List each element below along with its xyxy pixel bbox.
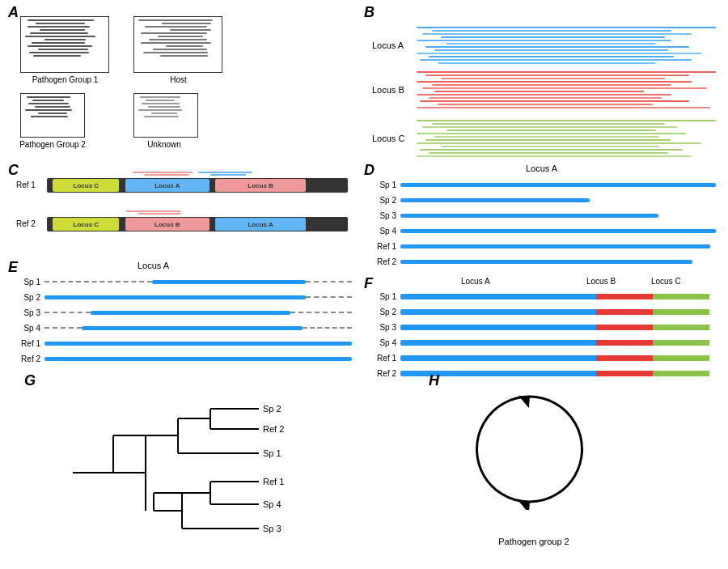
unknown-box bbox=[133, 93, 198, 138]
e-row-sp4: Sp 4 bbox=[16, 321, 352, 334]
svg-text:Sp 2: Sp 2 bbox=[263, 404, 281, 414]
f-sp1-label: Sp 1 bbox=[372, 292, 400, 301]
f-sp4-a bbox=[400, 340, 596, 346]
f-ref1-bar bbox=[400, 355, 716, 361]
ref2-genome-bar: Locus C Locus B Locus A bbox=[47, 217, 348, 231]
f-row-sp4: Sp 4 bbox=[372, 336, 716, 349]
f-ref1-label: Ref 1 bbox=[372, 354, 400, 363]
pg1-label: Pathogen Group 1 bbox=[23, 75, 108, 84]
e-sp1-solid bbox=[152, 280, 306, 284]
ref2-locus-a: Locus A bbox=[215, 218, 306, 231]
panel-e-rows: Sp 1 Sp 2 Sp 3 Sp 4 bbox=[16, 275, 352, 367]
pathogen-group2-box bbox=[20, 93, 85, 138]
svg-text:Ref 2: Ref 2 bbox=[263, 424, 284, 434]
e-sp1-label: Sp 1 bbox=[16, 278, 44, 287]
e-row-sp2: Sp 2 bbox=[16, 291, 352, 304]
panel-d-rows: Sp 1 Sp 2 Sp 3 Sp 4 Ref 1 Ref 2 bbox=[372, 178, 716, 270]
svg-text:Sp 3: Sp 3 bbox=[263, 524, 281, 533]
locus-b-track: Locus B bbox=[372, 69, 716, 109]
f-ref2-label: Ref 2 bbox=[372, 369, 400, 378]
e-ref2-track bbox=[44, 357, 352, 361]
f-ref1-a bbox=[400, 355, 596, 361]
panel-a: A Pathogen Group 1 bbox=[8, 4, 243, 158]
panel-h-label: H bbox=[429, 372, 439, 389]
f-row-sp3: Sp 3 bbox=[372, 321, 716, 333]
locus-b-label: Locus B bbox=[372, 85, 404, 95]
host-seq-lines bbox=[137, 19, 219, 70]
f-sp3-bar bbox=[400, 325, 716, 330]
locus-c-label: Locus C bbox=[372, 134, 404, 143]
e-sp4-track bbox=[44, 326, 352, 330]
e-sp1-dotted bbox=[44, 281, 152, 282]
panel-b-label: B bbox=[364, 4, 375, 20]
pathogen-group1-box bbox=[20, 16, 109, 73]
e-sp2-label: Sp 2 bbox=[16, 293, 44, 302]
ref1-locus-c: Locus C bbox=[53, 179, 119, 192]
panel-d-locus-label: Locus A bbox=[526, 163, 557, 173]
e-sp4-solid bbox=[82, 326, 303, 330]
d-ref1-label: Ref 1 bbox=[372, 242, 400, 251]
e-sp3-solid bbox=[91, 311, 290, 315]
e-row-ref2: Ref 2 bbox=[16, 352, 352, 365]
d-ref2-label: Ref 2 bbox=[372, 257, 400, 266]
panel-f-label: F bbox=[364, 275, 373, 291]
panel-h-caption: Pathogen group 2 bbox=[429, 537, 639, 546]
d-sp2-bar bbox=[400, 198, 590, 202]
locus-a-label: Locus A bbox=[372, 40, 404, 50]
f-sp2-label: Sp 2 bbox=[372, 308, 400, 316]
d-row-sp2: Sp 2 bbox=[372, 193, 716, 206]
e-sp2-track bbox=[44, 295, 352, 299]
panel-a-label: A bbox=[8, 4, 19, 20]
panel-f-locus-c-label: Locus C bbox=[651, 277, 681, 286]
e-sp3-dotted1 bbox=[44, 312, 91, 313]
e-sp3-label: Sp 3 bbox=[16, 308, 44, 317]
d-sp1-label: Sp 1 bbox=[372, 180, 400, 189]
f-sp4-bar bbox=[400, 340, 716, 346]
d-sp3-bar bbox=[400, 214, 658, 218]
f-sp3-a bbox=[400, 325, 596, 330]
e-ref2-label: Ref 2 bbox=[16, 355, 44, 363]
e-ref1-track bbox=[44, 342, 352, 346]
panel-d-label: D bbox=[364, 162, 375, 178]
f-sp1-c bbox=[653, 294, 709, 299]
locus-a-track: Locus A bbox=[372, 24, 716, 65]
pg2-seq-lines bbox=[23, 96, 82, 134]
locus-c-reads bbox=[417, 117, 716, 158]
d-sp4-bar bbox=[400, 229, 716, 233]
panel-e-locus-label: Locus A bbox=[138, 261, 169, 270]
circle-arrow-svg bbox=[469, 389, 590, 510]
ref1-reads-above bbox=[49, 172, 348, 176]
e-sp4-dotted2 bbox=[303, 327, 352, 329]
e-sp1-track bbox=[44, 280, 352, 284]
d-sp2-label: Sp 2 bbox=[372, 196, 400, 205]
f-sp1-bar bbox=[400, 294, 716, 299]
ref1-locus-b: Locus B bbox=[215, 179, 306, 192]
f-sp3-c bbox=[653, 325, 709, 330]
ref1-locus-a: Locus A bbox=[125, 179, 210, 192]
svg-text:Sp 1: Sp 1 bbox=[263, 448, 281, 458]
d-row-ref2: Ref 2 bbox=[372, 255, 716, 268]
panel-f-locus-a-label: Locus A bbox=[461, 277, 490, 286]
f-sp4-c bbox=[653, 340, 709, 346]
unknown-label: Unknown bbox=[128, 140, 201, 149]
d-ref2-bar bbox=[400, 260, 692, 264]
f-sp1-a bbox=[400, 294, 596, 299]
svg-text:Ref 1: Ref 1 bbox=[263, 477, 284, 486]
ref2-locus-b: Locus B bbox=[125, 218, 210, 231]
e-ref1-label: Ref 1 bbox=[16, 339, 44, 348]
e-row-ref1: Ref 1 bbox=[16, 337, 352, 350]
d-row-sp4: Sp 4 bbox=[372, 224, 716, 237]
ref1-genome-bar: Locus C Locus A Locus B bbox=[47, 178, 348, 193]
ref2-label: Ref 2 bbox=[16, 219, 36, 228]
ref1-label: Ref 1 bbox=[16, 180, 36, 189]
e-sp4-label: Sp 4 bbox=[16, 324, 44, 333]
f-sp2-bar bbox=[400, 309, 716, 315]
d-sp1-bar bbox=[400, 183, 716, 187]
e-sp1-dotted2 bbox=[306, 281, 352, 282]
locus-b-reads bbox=[417, 69, 716, 109]
panel-c: C Ref 1 Locus C Locus A Locus B Ref 2 Lo… bbox=[8, 162, 356, 259]
e-sp2-dotted bbox=[306, 296, 352, 298]
e-ref2-solid bbox=[44, 357, 352, 361]
panel-f: F Locus A Locus B Locus C Sp 1 Sp 2 Sp 3 bbox=[364, 275, 720, 380]
panel-b: B Locus A Locus B bbox=[364, 4, 720, 158]
